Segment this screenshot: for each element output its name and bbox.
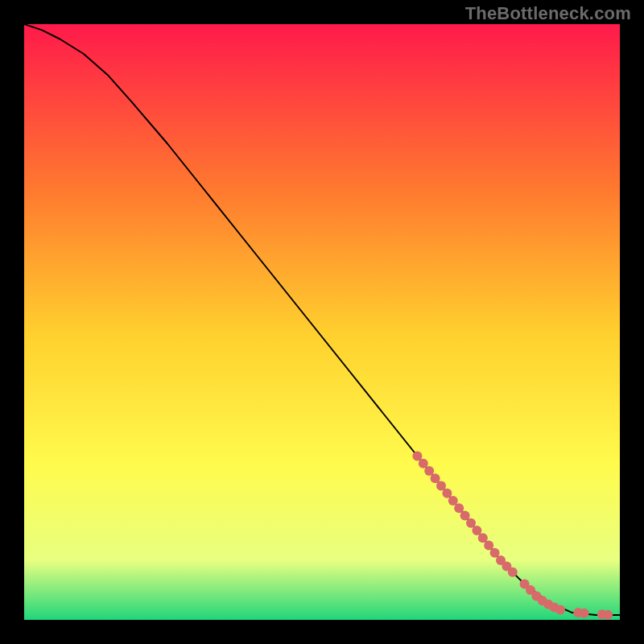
watermark-text: TheBottleneck.com: [465, 3, 631, 24]
chart-svg: [24, 24, 620, 620]
marker-point: [508, 568, 518, 577]
plot-area: [24, 24, 620, 620]
chart-stage: TheBottleneck.com: [0, 0, 644, 644]
marker-point: [603, 610, 613, 620]
gradient-background: [24, 24, 620, 620]
marker-point: [555, 605, 565, 614]
marker-point: [580, 609, 589, 618]
